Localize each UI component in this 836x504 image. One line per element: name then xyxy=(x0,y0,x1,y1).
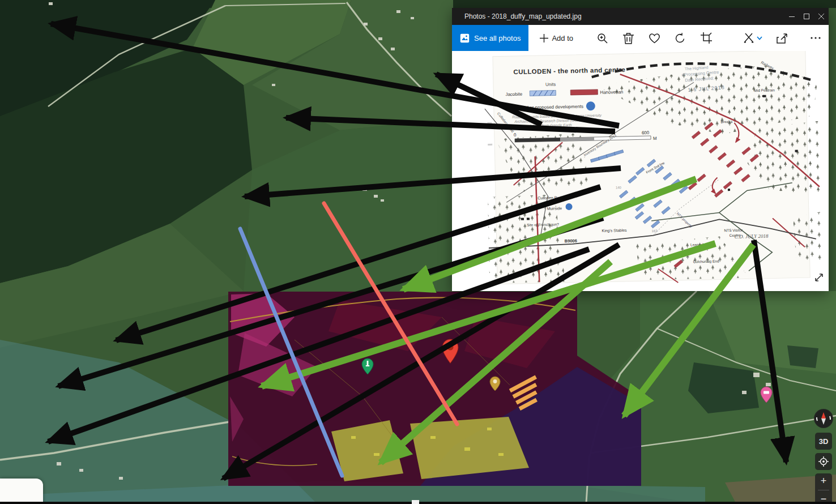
window-toolbar: See all photos Add to xyxy=(452,25,829,51)
photos-logo-icon xyxy=(460,33,470,43)
compass-icon xyxy=(814,409,833,428)
monument-pin[interactable] xyxy=(361,358,374,375)
my-location-icon xyxy=(818,456,829,467)
label-signature: C.D. JULY 2018 xyxy=(735,233,769,240)
see-all-photos-label: See all photos xyxy=(474,34,521,42)
label-b9006-scan: B9006 xyxy=(565,238,577,244)
zoom-in-button[interactable]: + xyxy=(821,475,827,487)
nts-pin[interactable] xyxy=(489,376,501,391)
add-to-button[interactable]: Add to xyxy=(540,25,573,51)
label-leanach-end: Leanach End xyxy=(690,242,713,247)
map-3d-button[interactable]: 3D xyxy=(815,433,832,450)
bottom-bar-notch xyxy=(412,500,419,504)
battlefield-pin[interactable] xyxy=(441,339,459,365)
delete-button[interactable] xyxy=(615,25,641,51)
label-nts-visitor: NTS Visitor xyxy=(724,228,743,233)
delete-icon xyxy=(623,32,634,44)
label-140: 140 xyxy=(616,186,622,189)
label-culloden-parks: Culloden Parks xyxy=(538,195,565,200)
close-button[interactable] xyxy=(814,8,829,25)
photos-window: Photos - 2018_duffy_map_updated.jpg See … xyxy=(452,8,829,291)
chevron-down-icon xyxy=(757,36,762,40)
rotate-icon xyxy=(675,32,686,44)
legend-hanoverian: Hanoverian xyxy=(600,89,623,95)
legend-jacobite: Jacobite xyxy=(505,92,523,97)
scale-zero: 0 xyxy=(514,133,517,138)
zoom-icon xyxy=(596,32,608,44)
maximize-button[interactable] xyxy=(799,8,814,25)
scale-m: M xyxy=(653,136,657,141)
minimize-icon xyxy=(789,14,795,20)
desktop: VIEWHILL Leanach Culloden Rd Red Burn Re… xyxy=(0,0,836,504)
crop-button[interactable] xyxy=(693,25,719,51)
legend-units: Units xyxy=(545,82,556,87)
edit-icon xyxy=(743,32,754,44)
my-location-button[interactable] xyxy=(815,453,832,470)
inset-map-placeholder[interactable] xyxy=(0,479,43,504)
edit-button[interactable] xyxy=(736,25,769,51)
rotate-button[interactable] xyxy=(667,25,693,51)
share-button[interactable] xyxy=(769,25,795,51)
label-mid-peatrain: Mid Peatrain xyxy=(754,88,775,92)
crop-icon xyxy=(701,32,712,44)
window-titlebar[interactable]: Photos - 2018_duffy_map_updated.jpg xyxy=(452,8,829,25)
leanach-farm-pin[interactable] xyxy=(760,386,773,403)
add-icon xyxy=(540,34,548,42)
zoom-control: + − xyxy=(815,473,832,504)
label-breaka: Breaka xyxy=(720,119,732,123)
see-all-photos-button[interactable]: See all photos xyxy=(452,25,528,51)
scale-600: 600 xyxy=(642,130,650,135)
maximize-icon xyxy=(804,14,810,20)
share-icon xyxy=(777,32,788,44)
compass-control[interactable] xyxy=(814,409,833,428)
label-163: 163 xyxy=(651,229,658,233)
favorite-icon xyxy=(649,33,660,44)
close-icon xyxy=(818,14,825,20)
more-button[interactable] xyxy=(803,25,829,51)
scanned-map: CULLODEN - the north and centre Units Ja… xyxy=(484,51,824,287)
minimize-button[interactable] xyxy=(784,8,799,25)
zoom-button[interactable] xyxy=(589,25,615,51)
window-title: Photos - 2018_duffy_map_updated.jpg xyxy=(464,12,784,20)
photo-viewer[interactable]: CULLODEN - the north and centre Units Ja… xyxy=(452,51,829,291)
favorite-button[interactable] xyxy=(641,25,667,51)
label-muirside: Muirside xyxy=(547,206,562,211)
add-to-label: Add to xyxy=(552,34,573,42)
more-icon xyxy=(811,37,821,39)
